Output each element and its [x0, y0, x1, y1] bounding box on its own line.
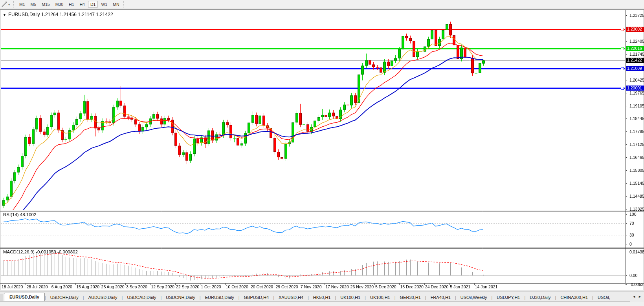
- timeframe-button-m1[interactable]: M1: [17, 1, 28, 8]
- price-tick-label: 1.19765: [629, 91, 644, 95]
- date-tick-label: 25 Aug 2020: [101, 284, 125, 289]
- rsi-tick-label: 100: [629, 212, 637, 217]
- tabbar-corner: [0, 294, 3, 302]
- date-tick-label: 7 Nov 2020: [301, 284, 322, 289]
- chart-tab-eurusddaily-5[interactable]: EURUSD,Daily: [201, 293, 239, 302]
- price-tick-label: 1.17125: [629, 142, 644, 147]
- rsi-tick-label: 70: [629, 221, 634, 226]
- chart-tab-uk100h1-9[interactable]: UK100,H1: [336, 293, 365, 302]
- chart-title-text: EURUSD,Daily 1.21264 1.21456 1.21147 1.2…: [8, 12, 113, 17]
- timeframe-button-h4[interactable]: H4: [77, 1, 87, 8]
- price-tick-label: 1.14485: [629, 194, 644, 199]
- timeframe-button-mn[interactable]: MN: [110, 1, 121, 8]
- chart-tab-usdcnhdaily-4[interactable]: USDCNH,Daily: [161, 293, 200, 302]
- date-tick-label: 1 Oct 2020: [201, 284, 221, 289]
- macd-indicator-label: MACD(12,26,9) -0.001059 -0.000802: [3, 250, 78, 254]
- toolbar-dropdown-caret[interactable]: ▾: [8, 3, 10, 6]
- chart-tab-eurusddaily-0[interactable]: EURUSD,Daily: [4, 293, 45, 302]
- macd-tick-label: -0.005396: [629, 282, 644, 287]
- chart-tabs: EURUSD,Daily|USDCHF,Daily|AUDUSD,Daily|U…: [4, 293, 615, 302]
- price-tick-label: 1.22405: [629, 39, 644, 44]
- chart-tab-uk100h1-10[interactable]: UK100,H1: [366, 293, 394, 302]
- macd-tick-label: 0.00: [629, 273, 637, 278]
- hline-price-badge: 1.20001: [626, 86, 644, 91]
- chart-window: ▼EURUSD,Daily 1.21264 1.21456 1.21147 1.…: [0, 9, 644, 290]
- date-tick-label: 15 Aug 2020: [76, 284, 99, 289]
- price-tick-label: 1.13825: [629, 207, 644, 211]
- tab-scroll-arrows: ◄ ►: [630, 291, 644, 302]
- date-axis: 18 Jul 202028 Jul 20206 Aug 202015 Aug 2…: [0, 284, 625, 290]
- rsi-indicator-label: RSI(14) 48.1002: [3, 212, 36, 217]
- chart-title: ▼EURUSD,Daily 1.21264 1.21456 1.21147 1.…: [3, 12, 113, 17]
- date-tick-label: 5 Jan 2021: [450, 284, 470, 289]
- toolbar-separator-2: [123, 1, 125, 7]
- tabs-scroll-left-button[interactable]: ◄: [631, 294, 637, 299]
- chart-tab-usdjpyh1-14[interactable]: USDJPY,H1: [492, 293, 524, 302]
- mt4-window: ▾ M1M5M15M30H1H4D1W1MN ▼EURUSD,Daily 1.2…: [0, 0, 644, 306]
- hline-price-badge: 1.21009: [626, 66, 644, 71]
- bottom-strip: [0, 301, 644, 306]
- price-tick-label: 1.23725: [629, 13, 644, 18]
- trendline-tool-icon[interactable]: [1, 1, 7, 7]
- timeframe-button-m15[interactable]: M15: [39, 1, 52, 8]
- chart-tab-ger30h1-11[interactable]: GER30,H1: [396, 293, 425, 302]
- chart-tab-usdchfdaily-1[interactable]: USDCHF,Daily: [46, 293, 83, 302]
- price-tick-label: 1.15145: [629, 181, 644, 186]
- price-tick-label: 1.19105: [629, 104, 644, 108]
- timeframe-button-d1[interactable]: D1: [88, 1, 98, 8]
- date-tick-label: 26 Nov 2020: [350, 284, 374, 289]
- chart-tab-usoilweekly-13[interactable]: USOil,Weekly: [456, 293, 492, 302]
- macd-tick-label: 0.014384: [629, 250, 644, 254]
- chart-tab-usdcaddaily-3[interactable]: USDCAD,Daily: [123, 293, 160, 302]
- hline-price-badge: 1.23002: [626, 27, 644, 32]
- price-tick-label: 1.17785: [629, 129, 644, 134]
- date-tick-label: 12 Sep 2020: [151, 284, 174, 289]
- hline-price-badge: 1.22016: [626, 46, 644, 51]
- date-tick-label: 14 Jan 2021: [475, 284, 498, 289]
- price-tick-label: 1.21745: [629, 52, 644, 56]
- chart-tab-fra40h1-12[interactable]: FRA40,H1: [426, 293, 455, 302]
- date-tick-label: 22 Sep 2020: [176, 284, 200, 289]
- current-price-badge: 1.21422: [626, 58, 644, 63]
- tabs-scroll-right-button[interactable]: ►: [637, 294, 643, 299]
- chart-tab-bar: EURUSD,Daily|USDCHF,Daily|AUDUSD,Daily|U…: [0, 291, 644, 302]
- date-tick-label: 17 Nov 2020: [325, 284, 349, 289]
- chart-tab-gbpusdh4-6[interactable]: GBPUSD,H4: [240, 293, 273, 302]
- price-tick-label: 1.20425: [629, 78, 644, 82]
- chart-canvas[interactable]: [0, 9, 644, 290]
- date-tick-label: 18 Jul 2020: [2, 284, 23, 289]
- timeframe-button-group: M1M5M15M30H1H4D1W1MN: [17, 1, 122, 8]
- date-tick-label: 3 Sep 2020: [126, 284, 147, 289]
- top-toolbar: ▾ M1M5M15M30H1H4D1W1MN: [0, 0, 644, 9]
- date-tick-label: 24 Dec 2020: [425, 284, 449, 289]
- chart-tab-usoil-17[interactable]: USOil,: [593, 293, 615, 302]
- chart-tab-audusddaily-2[interactable]: AUDUSD,Daily: [84, 293, 122, 302]
- rsi-tick-label: 30: [629, 233, 634, 237]
- chart-tab-dj30daily-15[interactable]: DJ30,Daily: [525, 293, 555, 302]
- date-tick-label: 10 Oct 2020: [226, 284, 248, 289]
- timeframe-button-w1[interactable]: W1: [99, 1, 110, 8]
- price-axis: 1.237251.224051.217451.204251.197651.191…: [627, 9, 644, 290]
- timeframe-button-m30[interactable]: M30: [53, 1, 66, 8]
- collapse-triangle-icon[interactable]: ▼: [3, 13, 6, 17]
- price-tick-label: 1.15805: [629, 168, 644, 173]
- chart-tab-china300h1-16[interactable]: CHINA300,H1: [556, 293, 592, 302]
- timeframe-button-m5[interactable]: M5: [28, 1, 39, 8]
- date-tick-label: 15 Dec 2020: [400, 284, 424, 289]
- date-tick-label: 5 Dec 2020: [375, 284, 396, 289]
- price-tick-label: 1.16465: [629, 155, 644, 160]
- date-tick-label: 28 Jul 2020: [26, 284, 48, 289]
- timeframe-button-h1[interactable]: H1: [66, 1, 76, 8]
- date-tick-label: 6 Aug 2020: [51, 284, 72, 289]
- chart-tab-hk50h1-8[interactable]: HK50,H1: [309, 293, 335, 302]
- price-tick-label: 1.18445: [629, 116, 644, 121]
- chart-tab-xauusdh4-7[interactable]: XAUUSD,H4: [274, 293, 308, 302]
- rsi-tick-label: 0: [629, 242, 632, 246]
- date-tick-label: 20 Oct 2020: [251, 284, 273, 289]
- date-tick-label: 29 Oct 2020: [275, 284, 298, 289]
- toolbar-separator: [13, 1, 15, 7]
